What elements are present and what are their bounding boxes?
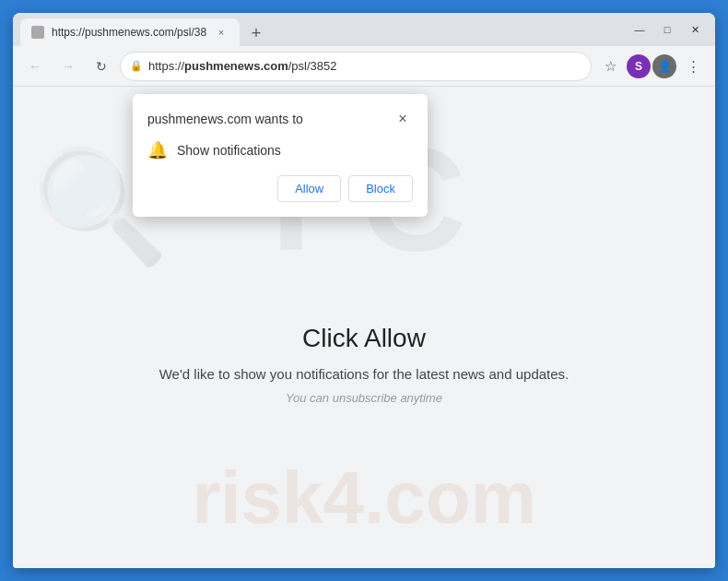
star-button[interactable]: ☆ — [595, 52, 625, 81]
more-icon: ⋮ — [687, 58, 700, 75]
close-button[interactable]: ✕ — [682, 17, 708, 42]
popup-notification-row: 🔔 Show notifications — [147, 140, 413, 160]
page-heading: Click Allow — [159, 324, 569, 353]
url-domain: pushmenews.com — [184, 59, 288, 73]
profile-s-avatar[interactable]: S — [627, 54, 651, 78]
star-icon: ☆ — [605, 58, 616, 75]
tab-title: https://pushmenews.com/psl/38 — [52, 26, 206, 39]
back-button[interactable]: ← — [20, 52, 50, 81]
risk-watermark: risk4.com — [192, 456, 536, 540]
forward-button[interactable]: → — [53, 52, 83, 81]
browser-tab[interactable]: https://pushmenews.com/psl/38 × — [20, 18, 240, 46]
toolbar: ← → ↻ 🔒 https://pushmenews.com/psl/3852 … — [13, 46, 715, 87]
toolbar-actions: ☆ S 👤 ⋮ — [595, 52, 708, 81]
notification-label: Show notifications — [177, 143, 281, 158]
bell-icon: 🔔 — [147, 140, 168, 160]
refresh-button[interactable]: ↻ — [87, 52, 116, 81]
url-display: https://pushmenews.com/psl/3852 — [148, 59, 581, 73]
title-bar: https://pushmenews.com/psl/38 × + — □ ✕ — [13, 13, 715, 46]
forward-arrow-icon: → — [62, 59, 75, 74]
more-menu-button[interactable]: ⋮ — [678, 52, 708, 81]
notification-popup: pushmenews.com wants to × 🔔 Show notific… — [133, 94, 428, 217]
new-tab-button[interactable]: + — [243, 20, 269, 46]
popup-title: pushmenews.com wants to — [147, 112, 303, 126]
minimize-button[interactable]: — — [627, 17, 652, 42]
tab-favicon — [31, 26, 44, 39]
page-text: Click Allow We'd like to show you notifi… — [159, 324, 569, 405]
tab-close-button[interactable]: × — [214, 25, 229, 40]
window-controls: — □ ✕ — [627, 17, 708, 42]
url-path: /psl/3852 — [288, 59, 337, 73]
allow-button[interactable]: Allow — [277, 175, 341, 202]
popup-buttons: Allow Block — [147, 175, 413, 202]
popup-close-button[interactable]: × — [393, 109, 413, 129]
refresh-icon: ↻ — [96, 59, 107, 74]
tab-area: https://pushmenews.com/psl/38 × + — [20, 13, 269, 46]
page-unsubscribe: You can unsubscribe anytime — [159, 391, 569, 405]
url-prefix: https:// — [148, 59, 184, 73]
popup-header: pushmenews.com wants to × — [147, 109, 413, 129]
page-subtitle: We'd like to show you notifications for … — [159, 366, 569, 382]
back-arrow-icon: ← — [29, 59, 41, 74]
browser-window: https://pushmenews.com/psl/38 × + — □ ✕ … — [13, 13, 715, 568]
page-content: 🔍 PC risk4.com pushmenews.com wants to ×… — [13, 87, 715, 568]
address-bar[interactable]: 🔒 https://pushmenews.com/psl/3852 — [120, 52, 592, 81]
lock-icon: 🔒 — [130, 60, 143, 72]
account-button[interactable]: 👤 — [652, 54, 676, 78]
block-button[interactable]: Block — [348, 175, 413, 202]
maximize-button[interactable]: □ — [654, 17, 680, 42]
